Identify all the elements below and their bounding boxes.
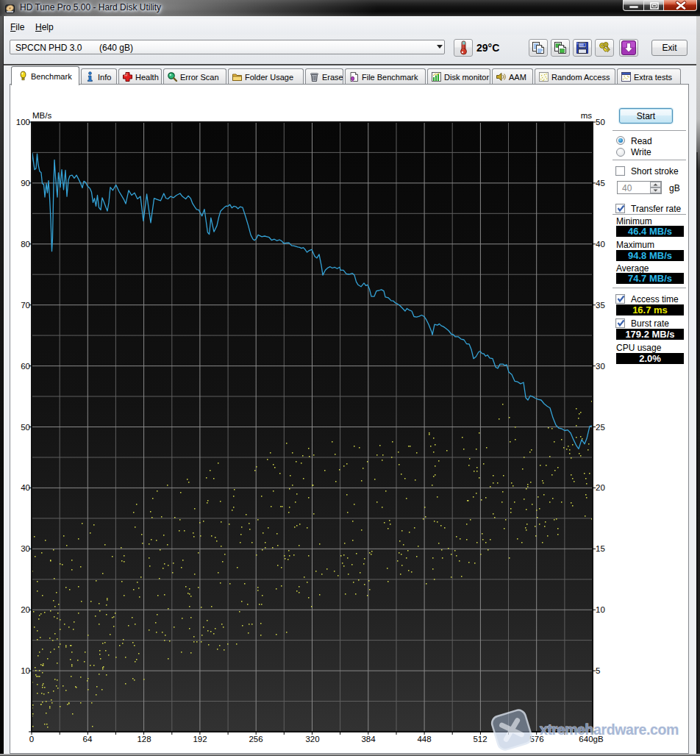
svg-text:15: 15	[596, 544, 605, 553]
svg-text:30: 30	[596, 362, 605, 371]
svg-text:50: 50	[596, 118, 605, 126]
svg-text:80: 80	[21, 240, 30, 249]
svg-text:25: 25	[596, 423, 605, 432]
svg-text:10: 10	[21, 666, 30, 675]
svg-text:448: 448	[417, 735, 431, 743]
svg-text:70: 70	[21, 301, 30, 310]
svg-text:50: 50	[21, 423, 30, 432]
svg-text:192: 192	[193, 735, 207, 743]
svg-text:40: 40	[596, 240, 605, 249]
svg-text:60: 60	[21, 362, 30, 371]
svg-text:MB/s: MB/s	[32, 111, 51, 120]
svg-text:20: 20	[596, 483, 605, 492]
svg-text:90: 90	[21, 179, 30, 188]
svg-text:384: 384	[361, 735, 376, 743]
svg-text:64: 64	[83, 735, 93, 743]
svg-text:5: 5	[596, 666, 600, 675]
svg-text:256: 256	[249, 735, 262, 743]
svg-text:35: 35	[596, 301, 605, 310]
svg-text:ms: ms	[581, 111, 593, 120]
svg-text:320: 320	[305, 735, 319, 743]
svg-text:128: 128	[137, 735, 151, 743]
svg-text:512: 512	[473, 735, 487, 743]
svg-text:10: 10	[596, 605, 605, 614]
svg-text:20: 20	[21, 605, 30, 614]
svg-text:40: 40	[21, 483, 30, 492]
svg-text:30: 30	[21, 544, 30, 553]
svg-text:100: 100	[16, 118, 30, 126]
svg-text:xtremehardware.com: xtremehardware.com	[540, 721, 679, 738]
svg-text:0: 0	[29, 735, 34, 743]
svg-text:45: 45	[596, 179, 605, 188]
